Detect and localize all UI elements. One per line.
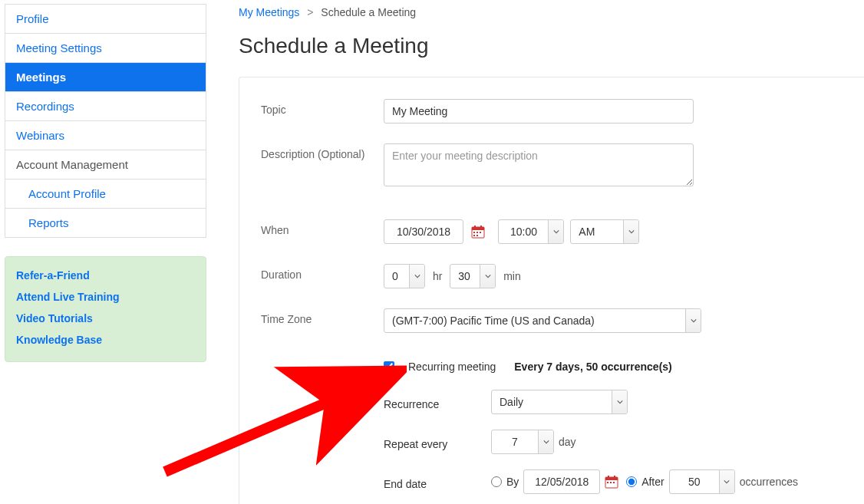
repeat-value: 7 <box>492 436 538 448</box>
end-by-date-value: 12/05/2018 <box>524 476 599 488</box>
timezone-select[interactable]: (GMT-7:00) Pacific Time (US and Canada) <box>384 308 701 333</box>
promo-box: Refer-a-Friend Attend Live Training Vide… <box>5 256 206 362</box>
svg-rect-6 <box>480 232 481 233</box>
svg-rect-7 <box>473 235 475 236</box>
duration-min-value: 30 <box>450 270 480 282</box>
when-time-value: 10:00 <box>499 226 548 238</box>
svg-rect-11 <box>608 476 609 478</box>
when-date-value: 10/30/2018 <box>384 226 463 238</box>
recurring-summary: Every 7 days, 50 occurrence(s) <box>514 361 671 373</box>
when-ampm-value: AM <box>571 226 623 238</box>
sidebar-item-account-profile[interactable]: Account Profile <box>5 180 206 209</box>
sidebar-item-recordings[interactable]: Recordings <box>5 92 206 121</box>
sidebar-item-meetings[interactable]: Meetings <box>5 63 206 92</box>
chevron-down-icon <box>623 220 638 243</box>
duration-hr-select[interactable]: 0 <box>384 264 425 288</box>
svg-rect-1 <box>472 227 484 230</box>
when-date-select[interactable]: 10/30/2018 <box>384 219 463 244</box>
recurring-checkbox-label: Recurring meeting <box>408 361 496 373</box>
when-label: When <box>261 219 384 236</box>
svg-rect-15 <box>613 482 615 483</box>
sidebar-item-profile[interactable]: Profile <box>5 5 206 34</box>
chevron-down-icon <box>538 430 553 453</box>
end-after-label: After <box>641 476 664 488</box>
svg-rect-13 <box>607 482 608 483</box>
repeat-select[interactable]: 7 <box>491 430 554 454</box>
svg-rect-12 <box>614 476 615 478</box>
recurring-checkbox[interactable] <box>384 361 394 372</box>
chevron-down-icon <box>548 220 563 243</box>
svg-rect-8 <box>477 235 478 236</box>
recurrence-value: Daily <box>492 396 612 408</box>
sidebar-item-account-management: Account Management <box>5 150 206 180</box>
chevron-down-icon <box>409 265 424 288</box>
calendar-icon[interactable] <box>471 225 485 239</box>
duration-label: Duration <box>261 264 384 281</box>
breadcrumb: My Meetings > Schedule a Meeting <box>239 6 864 18</box>
description-textarea[interactable] <box>384 143 694 186</box>
timezone-label: Time Zone <box>261 308 384 325</box>
chevron-down-icon <box>719 470 734 493</box>
chevron-down-icon <box>480 265 495 288</box>
end-by-radio[interactable] <box>491 476 502 487</box>
promo-link-tutorials[interactable]: Video Tutorials <box>16 312 195 324</box>
sidebar-item-reports[interactable]: Reports <box>5 209 206 238</box>
svg-rect-10 <box>605 477 618 480</box>
breadcrumb-current: Schedule a Meeting <box>321 6 416 18</box>
svg-rect-3 <box>480 226 482 228</box>
svg-rect-4 <box>473 232 475 233</box>
repeat-label: Repeat every <box>384 433 491 450</box>
chevron-down-icon <box>685 309 701 332</box>
page-title: Schedule a Meeting <box>239 34 864 58</box>
form-panel: Topic Description (Optional) When 10/30/… <box>239 77 864 504</box>
svg-rect-2 <box>474 226 476 228</box>
topic-input[interactable] <box>384 99 694 124</box>
svg-rect-14 <box>610 482 612 483</box>
end-by-label: By <box>506 476 519 488</box>
chevron-down-icon <box>612 390 627 413</box>
enddate-label: End date <box>384 473 491 490</box>
timezone-value: (GMT-7:00) Pacific Time (US and Canada) <box>384 315 685 327</box>
sidebar-item-meeting-settings[interactable]: Meeting Settings <box>5 34 206 63</box>
end-after-radio[interactable] <box>626 476 637 487</box>
sidebar-nav: Profile Meeting Settings Meetings Record… <box>5 4 206 238</box>
when-ampm-select[interactable]: AM <box>570 219 639 244</box>
end-after-value: 50 <box>670 476 719 488</box>
duration-hr-unit: hr <box>433 270 442 282</box>
main-content: My Meetings > Schedule a Meeting Schedul… <box>211 0 864 504</box>
duration-min-select[interactable]: 30 <box>450 264 496 288</box>
end-after-unit: occurrences <box>740 476 798 488</box>
duration-hr-value: 0 <box>384 270 409 282</box>
when-time-select[interactable]: 10:00 <box>498 219 564 244</box>
recurrence-label: Recurrence <box>384 394 491 410</box>
svg-rect-5 <box>477 232 478 233</box>
promo-link-refer[interactable]: Refer-a-Friend <box>16 269 195 282</box>
description-label: Description (Optional) <box>261 143 384 160</box>
breadcrumb-parent[interactable]: My Meetings <box>239 6 299 18</box>
end-after-select[interactable]: 50 <box>669 469 735 494</box>
duration-min-unit: min <box>503 270 521 282</box>
promo-link-training[interactable]: Attend Live Training <box>16 291 195 303</box>
end-by-date-select[interactable]: 12/05/2018 <box>523 469 600 494</box>
promo-link-knowledge-base[interactable]: Knowledge Base <box>16 334 195 346</box>
repeat-unit: day <box>559 436 576 448</box>
topic-label: Topic <box>261 99 384 116</box>
recurrence-select[interactable]: Daily <box>491 390 628 414</box>
sidebar-item-webinars[interactable]: Webinars <box>5 121 206 150</box>
calendar-icon[interactable] <box>605 475 618 489</box>
sidebar: Profile Meeting Settings Meetings Record… <box>0 0 211 504</box>
breadcrumb-sep: > <box>307 6 313 18</box>
